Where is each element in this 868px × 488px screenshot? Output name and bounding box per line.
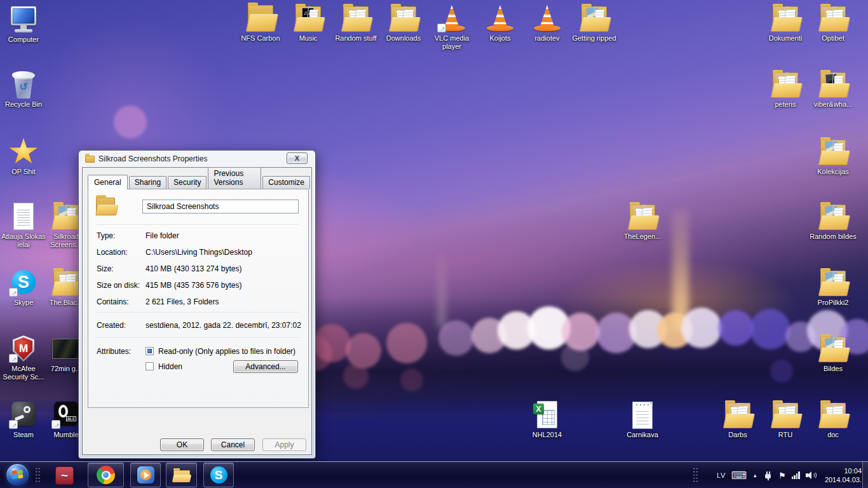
taskbar-explorer-button[interactable] — [166, 463, 197, 487]
desktop-icon-steam[interactable]: →Steam — [0, 400, 48, 439]
desktop-icon-label: Carnikava — [618, 431, 667, 439]
desktop-icon-mcafee[interactable]: M→McAfee Security Sc... — [0, 334, 48, 381]
desktop-icon-label: Darbs — [714, 431, 762, 439]
start-button[interactable] — [6, 463, 29, 487]
desktop-icon-label: NHL2014 — [523, 431, 571, 439]
keyboard-icon[interactable]: ⌨ — [731, 470, 747, 481]
desktop-icon-kolekcijas[interactable]: Kolekcijas — [809, 137, 857, 176]
folder-icon — [95, 196, 118, 216]
language-indicator[interactable]: LV — [717, 471, 726, 479]
propilkki2-icon — [818, 268, 848, 297]
desktop-icon-label: peteris — [761, 100, 810, 109]
viber-wha-icon — [818, 70, 848, 99]
field-row-type: Type: File folder — [83, 231, 311, 241]
desktop-icon-label: doc — [809, 431, 857, 439]
thelegen-icon — [627, 202, 658, 231]
desktop-icon-recycle-bin[interactable]: ↺Recycle Bin — [0, 70, 48, 109]
desktop-icon-rtu[interactable]: RTU — [761, 400, 810, 439]
separator — [97, 312, 299, 313]
show-hidden-icons-icon[interactable]: ▲ — [752, 473, 757, 478]
hidden-checkbox[interactable] — [146, 362, 154, 370]
tab-customize[interactable]: Customize — [262, 176, 310, 189]
desktop-icon-label: McAfee Security Sc... — [0, 365, 48, 381]
attributes-row: Attributes: Read-only (Only applies to f… — [83, 347, 311, 356]
taskbar-media-player-button[interactable] — [130, 463, 161, 487]
desktop-icon-optibet[interactable]: Optibet — [809, 4, 857, 43]
network-signal-icon[interactable] — [792, 471, 800, 479]
steam-icon: → — [8, 400, 39, 430]
wallpaper-light-streak — [437, 254, 446, 327]
clock[interactable]: 10:04 2014.04.03. — [825, 466, 862, 484]
desktop-icon-dokumenti[interactable]: Dokumenti — [761, 4, 810, 43]
nhl2014-icon: X — [532, 400, 562, 430]
close-icon[interactable]: X — [287, 152, 308, 164]
doc-icon — [818, 400, 848, 430]
random-stuff-icon — [341, 4, 371, 33]
desktop-icon-downloads[interactable]: Downloads — [379, 4, 428, 43]
dialog-titlebar[interactable]: Silkroad Screenshots Properties X — [79, 151, 315, 167]
desktop-icon-nhl2014[interactable]: XNHL2014 — [523, 400, 571, 439]
desktop-icon-skype[interactable]: S→Skype — [0, 268, 48, 307]
desktop-icon-radiotev[interactable]: radiotev — [523, 4, 571, 43]
desktop-icon-darbs[interactable]: Darbs — [714, 400, 762, 439]
desktop-icon-music[interactable]: ♫♫Music — [284, 4, 332, 43]
desktop-icon-random-bildes[interactable]: Random bildes — [809, 202, 857, 241]
desktop-icon-label: Random stuff — [332, 34, 380, 43]
power-plug-icon[interactable] — [763, 471, 773, 480]
radiotev-icon — [532, 4, 562, 33]
desktop-icon-doc[interactable]: doc — [809, 400, 857, 439]
chrome-icon — [97, 466, 115, 484]
apply-button[interactable]: Apply — [262, 438, 306, 451]
random-bildes-icon — [818, 202, 848, 231]
tab-security[interactable]: Security — [168, 176, 207, 189]
windows-flag-icon — [11, 470, 24, 480]
carnikava-icon — [627, 400, 658, 430]
readonly-checkbox[interactable] — [146, 347, 154, 355]
action-center-flag-icon[interactable]: ⚑ — [778, 471, 786, 480]
desktop-icon-label: Kolekcijas — [809, 168, 857, 176]
advanced-button[interactable]: Advanced... — [233, 360, 298, 373]
tab-previous-versions[interactable]: Previous Versions — [208, 167, 261, 189]
desktop-icon-random-stuff[interactable]: Random stuff — [332, 4, 380, 43]
desktop-icon-vlc-media-player[interactable]: →VLC media player — [428, 4, 476, 51]
bokeh-light — [400, 369, 423, 391]
desktop-icon-carnikava[interactable]: Carnikava — [618, 400, 667, 439]
desktop-icon-label: Random bildes — [809, 233, 857, 241]
desktop-icon-label: TheLegen... — [618, 233, 667, 241]
desktop-icon-label: Music — [284, 34, 332, 43]
desktop-icon-computer[interactable]: Computer — [0, 5, 48, 44]
recycle-bin-icon: ↺ — [8, 70, 39, 99]
desktop-icon-getting-ripped[interactable]: Getting ripped — [570, 4, 618, 43]
taskbar-chrome-button[interactable] — [88, 463, 124, 487]
desktop-icon-propilkki2[interactable]: ProPilkki2 — [809, 268, 857, 307]
desktop-icon-thelegen[interactable]: TheLegen... — [618, 202, 667, 241]
clock-time: 10:04 — [825, 466, 862, 475]
desktop-icon-koijots[interactable]: Koijots — [476, 4, 524, 43]
desktop-icon-viber-wha[interactable]: viber&wha... — [809, 70, 857, 109]
taskbar-skype-button[interactable]: S — [203, 463, 234, 487]
field-row-created: Created: sestdiena, 2012. gada 22. decem… — [83, 321, 311, 330]
taskbar-tilde-app-icon[interactable]: ~ — [55, 466, 74, 485]
desktop-icon-atlauja[interactable]: Atlauja Slokas ielai — [0, 202, 48, 249]
desktop-icon-bildes[interactable]: Bildes — [809, 334, 857, 373]
desktop-icon-label: radiotev — [523, 34, 571, 43]
skype-icon: S→ — [8, 268, 39, 297]
desktop-icon-label: OP Shit — [0, 168, 48, 176]
tab-general[interactable]: General — [88, 175, 128, 189]
tab-sharing[interactable]: Sharing — [129, 176, 166, 189]
kolekcijas-icon — [818, 137, 848, 166]
desktop-icon-label: Dokumenti — [761, 34, 810, 43]
ok-button[interactable]: OK — [160, 438, 204, 451]
desktop-icon-peteris[interactable]: peteris — [761, 70, 810, 109]
cancel-button[interactable]: Cancel — [211, 438, 255, 451]
folder-name-input[interactable]: Silkroad Screenshots — [142, 200, 299, 214]
volume-icon[interactable] — [806, 471, 817, 480]
72min-icon — [51, 334, 81, 363]
mcafee-icon: M→ — [8, 334, 39, 363]
op-shit-icon — [8, 137, 39, 166]
desktop-icon-label: Computer — [0, 36, 48, 44]
desktop-icon-nfs-carbon[interactable]: NFS Carbon — [236, 4, 285, 43]
desktop-icon-op-shit[interactable]: OP Shit — [0, 137, 48, 176]
dialog-folder-icon — [85, 156, 95, 163]
show-desktop-button[interactable] — [862, 462, 868, 488]
